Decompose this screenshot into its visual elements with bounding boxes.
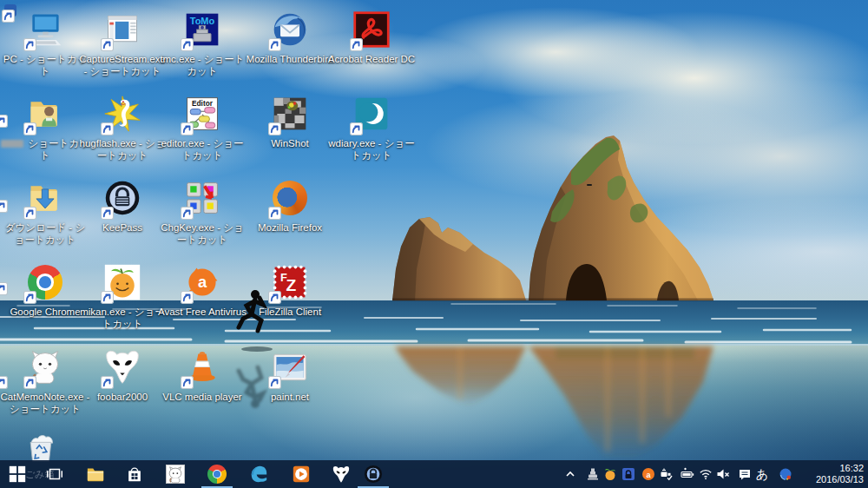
desktop-icon-label: hugflash.exe - ショートカット xyxy=(77,137,168,162)
firefox-icon xyxy=(269,177,311,219)
hugflash-icon xyxy=(102,93,143,135)
desktop-icon-firefox[interactable]: Mozilla Firefox xyxy=(245,177,335,234)
desktop-icon-label: foobar2000 xyxy=(77,391,168,403)
desktop-icon-mikan[interactable]: mikan.exe - ショートカット xyxy=(77,261,168,330)
taskbar-button-foobar2000[interactable] xyxy=(324,460,358,488)
acrobat-icon xyxy=(351,9,392,50)
desktop-icon-keepass-desktop[interactable]: KeePass xyxy=(77,177,168,234)
desktop-icon-label: wdiary.exe - ショートカット xyxy=(326,137,417,162)
tray-icon-usb-eject[interactable] xyxy=(657,460,676,488)
start-button[interactable] xyxy=(0,460,35,488)
foobar2000-icon xyxy=(102,346,143,388)
desktop-icon-label: CaptureStream.exe - ショートカット xyxy=(77,53,168,77)
taskbar-button-catmemonote[interactable] xyxy=(158,460,193,488)
clipped-desktop-icon[interactable] xyxy=(0,280,11,295)
shortcut-arrow-badge xyxy=(101,38,114,51)
shortcut-arrow-badge xyxy=(268,291,281,304)
desktop-icon-editor[interactable]: Editoreditor.exe - ショートカット xyxy=(157,93,247,162)
shortcut-arrow-badge xyxy=(350,38,363,51)
svg-text:Editor: Editor xyxy=(192,100,214,108)
shortcut-arrow-badge xyxy=(181,38,194,51)
chgkey-icon xyxy=(181,177,223,219)
desktop-icon-label: Avast Free Antivirus xyxy=(157,306,247,318)
shortcut-arrow-badge xyxy=(268,122,281,135)
desktop-icon-label: editor.exe - ショートカット xyxy=(157,137,247,162)
desktop-icon-label: mikan.exe - ショートカット xyxy=(77,306,168,330)
taskbar: ごみ箱 a あ 16:32 2016/03/13 xyxy=(0,460,868,488)
clipped-desktop-icon[interactable] xyxy=(3,8,18,23)
desktop-icon-label: tmc.exe - ショートカット xyxy=(157,53,247,77)
shortcut-arrow-badge xyxy=(101,122,114,135)
taskbar-button-task-view[interactable] xyxy=(37,460,72,488)
user-folder-icon xyxy=(24,93,66,135)
capturestream-icon xyxy=(102,9,143,50)
shortcut-arrow-badge xyxy=(23,207,36,220)
ime-indicator[interactable]: あ xyxy=(752,460,773,488)
desktop-icon-vlc[interactable]: VLC media player xyxy=(157,346,247,403)
desktop-icon-avast[interactable]: aAvast Free Antivirus xyxy=(157,261,247,318)
svg-text:Z: Z xyxy=(286,276,296,294)
editor-icon: Editor xyxy=(181,93,223,135)
keepass-desktop-icon xyxy=(102,177,143,219)
tmc-icon: ToMo xyxy=(181,9,223,50)
tray-icon-sphere-app[interactable] xyxy=(776,460,795,488)
tray-icon-power-battery[interactable] xyxy=(678,460,697,488)
svg-text:a: a xyxy=(198,273,207,291)
desktop-icon-capturestream[interactable]: CaptureStream.exe - ショートカット xyxy=(77,9,168,77)
vlc-icon xyxy=(181,346,223,388)
desktop-icon-label: WinShot xyxy=(245,137,335,149)
shortcut-arrow-badge xyxy=(23,291,36,304)
taskbar-button-store[interactable] xyxy=(117,460,152,488)
pc-icon xyxy=(24,9,66,50)
download-folder-icon xyxy=(24,177,66,219)
desktop-icon-chgkey[interactable]: ChgKey.exe - ショートカット xyxy=(157,177,247,246)
clipped-desktop-icon[interactable] xyxy=(0,198,11,213)
clipped-desktop-icon[interactable] xyxy=(0,374,11,389)
desktop-icon-label: KeePass xyxy=(77,221,168,234)
shortcut-arrow-badge xyxy=(101,207,114,220)
shortcut-arrow-badge xyxy=(101,291,114,304)
clipped-desktop-icon[interactable] xyxy=(0,113,11,128)
avast-icon: a xyxy=(181,261,223,303)
shortcut-arrow-badge xyxy=(350,122,363,135)
tray-icon-volume-muted[interactable] xyxy=(713,460,733,488)
desktop-icon-foobar2000[interactable]: foobar2000 xyxy=(77,346,168,403)
thunderbird-icon xyxy=(269,9,311,50)
shortcut-arrow-badge xyxy=(181,291,194,304)
desktop-icon-filezilla[interactable]: FZFileZilla Client xyxy=(245,261,335,318)
desktop-icon-label: VLC media player xyxy=(157,391,247,403)
shortcut-arrow-badge xyxy=(181,122,194,135)
tray-icon-tmc-stamp[interactable] xyxy=(583,460,602,488)
desktop-icon-hugflash[interactable]: hugflash.exe - ショートカット xyxy=(77,93,168,162)
desktop-icon-label: ChgKey.exe - ショートカット xyxy=(157,221,247,246)
tray-icon-hidden-icons-chevron[interactable] xyxy=(561,460,580,488)
desktop-icon-thunderbird[interactable]: Mozilla Thunderbird xyxy=(245,9,335,65)
tray-icon-wifi[interactable] xyxy=(696,460,715,488)
shortcut-arrow-badge xyxy=(23,376,36,389)
desktop-icon-winshot[interactable]: WinShot xyxy=(245,93,335,149)
tray-icon-avast[interactable]: a xyxy=(639,460,658,488)
wdiary-icon xyxy=(351,93,392,135)
desktop-icon-tmc[interactable]: ToMotmc.exe - ショートカット xyxy=(157,9,247,77)
shortcut-arrow-badge xyxy=(23,122,36,135)
taskbar-clock[interactable]: 16:32 2016/03/13 xyxy=(816,463,864,485)
taskbar-button-edge[interactable] xyxy=(241,460,276,488)
shortcut-arrow-badge xyxy=(268,38,281,51)
desktop-icon-label: Mozilla Firefox xyxy=(245,221,335,234)
desktop-icon-wdiary[interactable]: wdiary.exe - ショートカット xyxy=(326,93,417,162)
tray-icon-mikan[interactable] xyxy=(601,460,620,488)
taskbar-button-file-explorer[interactable] xyxy=(78,460,113,488)
shortcut-arrow-badge xyxy=(181,376,194,389)
winshot-icon xyxy=(269,93,311,135)
desktop-icon-acrobat[interactable]: Acrobat Reader DC xyxy=(326,9,417,65)
shortcut-arrow-badge xyxy=(23,38,36,51)
shortcut-arrow-badge xyxy=(268,376,281,389)
taskbar-button-keepass[interactable] xyxy=(356,460,391,488)
svg-text:ToMo: ToMo xyxy=(190,16,215,26)
tray-icon-keepass[interactable] xyxy=(619,460,638,488)
desktop: PC - ショートカットCaptureStream.exe - ショートカットT… xyxy=(0,0,868,488)
taskbar-button-movies-tv[interactable] xyxy=(284,460,319,488)
taskbar-button-chrome[interactable] xyxy=(200,460,234,488)
shortcut-arrow-badge xyxy=(181,207,194,220)
desktop-icon-paintnet[interactable]: paint.net xyxy=(245,346,335,403)
